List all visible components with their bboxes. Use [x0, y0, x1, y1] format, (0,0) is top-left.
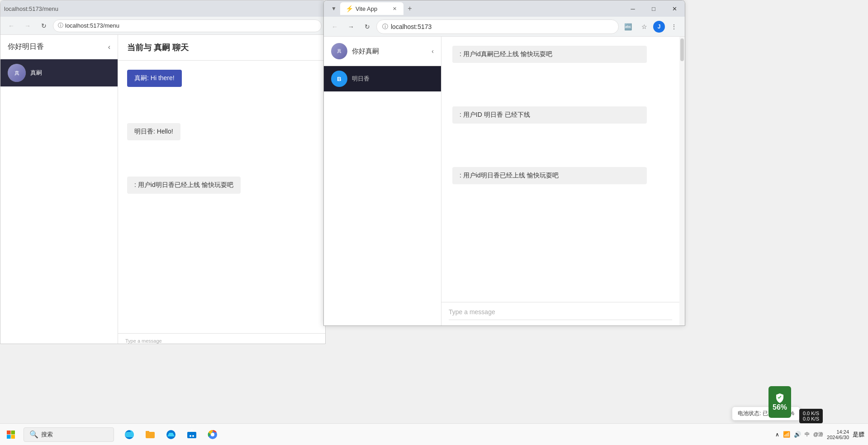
taskbar-volume-icon[interactable]: 🔊 [794, 431, 801, 438]
fg-forward-btn[interactable]: → [344, 19, 358, 34]
fg-address-info-icon: ⓘ [382, 23, 388, 31]
bg-chat-main: 当前与 真嗣 聊天 真嗣: Hi there! 明日香: Hello! : 用户… [118, 35, 325, 344]
fg-messages-list: : 用户id真嗣已经上线 愉快玩耍吧 : 用户ID 明日香 已经下线 : 用户i… [441, 37, 679, 302]
fg-app-sidebar-username: 你好真嗣 [352, 47, 427, 56]
bg-contact-avatar: 真 [8, 64, 26, 82]
fg-scrollbar-thumb [680, 38, 684, 61]
fg-scrollbar[interactable] [679, 37, 685, 325]
fg-bookmark-btn[interactable]: ☆ [637, 19, 651, 34]
fg-sidebar-collapse-icon[interactable]: ‹ [432, 48, 434, 55]
fg-toolbar-actions: 🔤 ☆ J ⋮ [621, 19, 681, 34]
bg-lock-icon: ⓘ [58, 22, 63, 29]
fg-address-text: localhost:5173 [391, 23, 613, 30]
bg-tab-strip: localhost:5173/menu [4, 5, 58, 12]
fg-menu-btn[interactable]: ⋮ [667, 19, 681, 34]
bg-sidebar-title: 你好明日香 [8, 42, 44, 52]
foreground-browser-window: ▼ ⚡ Vite App ✕ + ─ □ ✕ ← → ↻ ⓘ localhost… [323, 0, 685, 326]
network-stats-widget: 0.0 K/S 0.0 K/S [799, 409, 823, 423]
start-button[interactable] [0, 424, 22, 445]
edge-browser-icon [124, 429, 135, 440]
taskbar-app-photos[interactable] [161, 425, 181, 445]
shield-icon [774, 392, 785, 403]
bg-chat-header: 当前与 真嗣 聊天 [118, 35, 325, 61]
shield-unit: % [781, 403, 787, 411]
fg-msg-1: : 用户ID 明日香 已经下线 [452, 106, 647, 124]
taskbar-clock[interactable]: 14:24 2024/6/30 [827, 429, 849, 440]
fg-sidebar-contact-item[interactable]: B 明日香 [324, 66, 441, 91]
svg-rect-8 [187, 432, 196, 438]
taskbar-date: 2024/6/30 [827, 435, 849, 440]
bg-msg-2: : 用户id明日香已经上线 愉快玩耍吧 [127, 177, 241, 194]
bg-back-btn[interactable]: ← [4, 19, 19, 33]
taskbar-app-store[interactable] [182, 425, 202, 445]
taskbar-search-text: 搜索 [41, 431, 53, 439]
fg-back-btn[interactable]: ← [327, 19, 342, 34]
svg-rect-0 [7, 431, 11, 435]
fg-app-sidebar-avatar: 真 [331, 43, 347, 59]
taskbar-app-browser[interactable] [119, 425, 139, 445]
fg-message-input[interactable] [449, 308, 672, 316]
bg-input-label: Type a message [125, 338, 318, 344]
bg-tab-label: localhost:5173/menu [4, 5, 58, 12]
taskbar-expand-icon[interactable]: ∧ [775, 431, 779, 438]
bg-sidebar-contact-item[interactable]: 真 真嗣 [0, 59, 118, 86]
fg-window-controls: ─ □ ✕ [622, 0, 685, 17]
svg-rect-2 [7, 435, 11, 439]
fg-new-tab-btn[interactable]: + [403, 2, 416, 15]
fg-msg-0: : 用户id真嗣已经上线 愉快玩耍吧 [452, 46, 647, 63]
bg-sidebar-header: 你好明日香 ‹ [0, 35, 118, 59]
chrome-icon [207, 429, 218, 440]
bg-reload-btn[interactable]: ↻ [37, 19, 51, 33]
bg-msg-1: 明日香: Hello! [127, 123, 180, 140]
svg-rect-3 [11, 435, 15, 439]
fg-app-main: : 用户id真嗣已经上线 愉快玩耍吧 : 用户ID 明日香 已经下线 : 用户i… [441, 37, 679, 325]
svg-point-10 [192, 435, 194, 437]
fg-app-sidebar-header: 真 你好真嗣 ‹ [324, 37, 441, 66]
svg-rect-1 [11, 431, 15, 435]
taskbar-systray: ∧ 📶 🔊 中 @游 14:24 2024/6/30 是膘 [775, 429, 868, 440]
taskbar-app-chrome[interactable] [203, 425, 223, 445]
fg-active-tab[interactable]: ⚡ Vite App ✕ [340, 2, 403, 15]
fg-titlebar: ▼ ⚡ Vite App ✕ + ─ □ ✕ [324, 0, 685, 17]
fg-maximize-btn[interactable]: □ [643, 0, 664, 17]
fg-translate-btn[interactable]: 🔤 [621, 19, 635, 34]
taskbar-app-files[interactable] [140, 425, 160, 445]
bg-titlebar: localhost:5173/menu [0, 0, 325, 17]
shield-widget[interactable]: 56% [768, 386, 791, 418]
windows-logo-icon [6, 430, 15, 439]
taskbar-network-icon[interactable]: 📶 [783, 431, 790, 438]
photos-icon [166, 429, 176, 440]
background-browser-window: localhost:5173/menu ← → ↻ ⓘ localhost:51… [0, 0, 326, 344]
fg-tab-dropdown-btn[interactable]: ▼ [327, 2, 340, 15]
fg-app-sidebar: 真 你好真嗣 ‹ B 明日香 [324, 37, 441, 325]
bg-contact-avatar-img: 真 [8, 64, 26, 82]
fg-close-btn[interactable]: ✕ [664, 0, 685, 17]
fg-minimize-btn[interactable]: ─ [622, 0, 643, 17]
fg-profile-avatar[interactable]: J [653, 21, 665, 33]
bg-navbar: ← → ↻ ⓘ localhost:5173/menu [0, 17, 325, 35]
bg-spacer-2 [127, 145, 316, 172]
bg-sidebar-collapse-icon[interactable]: ‹ [108, 43, 110, 51]
fg-address-bar[interactable]: ⓘ localhost:5173 [376, 19, 619, 34]
fg-reload-btn[interactable]: ↻ [360, 19, 375, 34]
taskbar-input-label: @游 [813, 431, 823, 438]
bg-address-text: localhost:5173/menu [65, 22, 119, 29]
shield-percent: 56% [773, 403, 787, 412]
svg-point-9 [190, 435, 191, 437]
fg-tab-title: Vite App [356, 5, 388, 12]
taskbar-notification-icon[interactable]: 是膘 [853, 431, 864, 439]
bg-messages-list: 真嗣: Hi there! 明日香: Hello! : 用户id明日香已经上线 … [118, 61, 325, 333]
fg-sidebar-contact-dot: B [331, 71, 347, 87]
store-icon [186, 429, 197, 440]
file-explorer-icon [145, 429, 156, 440]
bg-address-bar[interactable]: ⓘ localhost:5173/menu [53, 19, 322, 32]
fg-toolbar: ← → ↻ ⓘ localhost:5173 🔤 ☆ J ⋮ [324, 17, 685, 37]
fg-tab-close-btn[interactable]: ✕ [391, 5, 398, 12]
bg-msg-0: 真嗣: Hi there! [127, 70, 182, 87]
taskbar-search[interactable]: 🔍 搜索 [24, 427, 114, 442]
bg-forward-btn[interactable]: → [20, 19, 35, 33]
fg-input-area [441, 302, 679, 325]
svg-point-12 [211, 433, 214, 436]
fg-tab-favicon-icon: ⚡ [346, 5, 353, 12]
taskbar-time: 14:24 [836, 429, 849, 435]
